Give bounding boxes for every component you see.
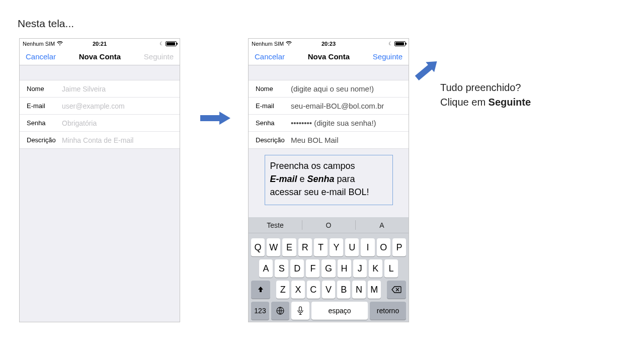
- arrow-cta-icon: [411, 58, 441, 85]
- key-e[interactable]: E: [282, 238, 296, 256]
- value-descricao[interactable]: Minha Conta de E-mail: [62, 136, 173, 144]
- key-c[interactable]: C: [307, 281, 320, 299]
- phone-before: Nenhum SIM 20:21 ☾ Cancelar Nova Conta S…: [19, 38, 180, 322]
- moon-icon: ☾: [159, 41, 164, 46]
- label-nome: Nome: [27, 85, 62, 93]
- key-r[interactable]: R: [298, 238, 312, 256]
- value-email[interactable]: user@example.com: [62, 102, 173, 110]
- key-b[interactable]: B: [337, 281, 350, 299]
- svg-rect-2: [299, 307, 302, 311]
- callout-p3: acessar seu e-mail BOL!: [270, 187, 369, 197]
- key-p[interactable]: P: [392, 238, 406, 256]
- wifi-icon: [57, 41, 63, 47]
- row-nome[interactable]: Nome Jaime Silveira: [20, 80, 180, 98]
- pred-3[interactable]: A: [355, 217, 409, 233]
- section-gap: [249, 65, 409, 80]
- value-nome[interactable]: (digite aqui o seu nome!): [291, 84, 401, 93]
- label-email: E-mail: [256, 102, 291, 110]
- key-g[interactable]: G: [321, 259, 335, 278]
- key-h[interactable]: H: [338, 259, 351, 278]
- key-t[interactable]: T: [314, 238, 328, 256]
- callout-mid: e: [297, 174, 307, 184]
- label-descricao: Descrição: [256, 136, 291, 144]
- return-key[interactable]: retorno: [370, 302, 406, 320]
- svg-marker-0: [200, 112, 230, 125]
- key-m[interactable]: M: [368, 281, 381, 299]
- row-nome[interactable]: Nome (digite aqui o seu nome!): [249, 80, 409, 98]
- status-sim-label: Nenhum SIM: [252, 41, 284, 47]
- key-k[interactable]: K: [369, 259, 382, 278]
- account-form: Nome Jaime Silveira E-mail user@example.…: [20, 80, 180, 149]
- svg-marker-3: [413, 58, 441, 83]
- cancel-button[interactable]: Cancelar: [26, 52, 56, 61]
- value-senha[interactable]: Obrigatória: [62, 119, 173, 127]
- key-j[interactable]: J: [353, 259, 367, 278]
- pred-2[interactable]: O: [302, 217, 355, 233]
- key-a[interactable]: A: [259, 259, 273, 278]
- label-senha: Senha: [256, 119, 291, 127]
- value-descricao[interactable]: Meu BOL Mail: [291, 136, 401, 144]
- battery-icon: [394, 41, 406, 46]
- row-email[interactable]: E-mail user@example.com: [20, 98, 180, 115]
- nav-title: Nova Conta: [308, 52, 350, 61]
- arrow-right-icon: [200, 111, 231, 128]
- backspace-key[interactable]: [387, 281, 406, 299]
- mic-key[interactable]: [291, 302, 309, 320]
- cta-line1: Tudo preenchido?: [440, 82, 521, 93]
- row-descricao[interactable]: Descrição Minha Conta de E-mail: [20, 132, 180, 149]
- key-o[interactable]: O: [377, 238, 390, 256]
- kb-row-4: 123 espaço retorno: [250, 302, 407, 320]
- pred-1[interactable]: Teste: [249, 217, 302, 233]
- status-sim-label: Nenhum SIM: [23, 41, 55, 47]
- cta-text: Tudo preenchido? Clique em Seguinte: [440, 80, 531, 110]
- account-form: Nome (digite aqui o seu nome!) E-mail se…: [249, 80, 409, 149]
- keyboard: Teste O A Q W E R T Y U I O P A S D F: [249, 217, 409, 322]
- status-bar: Nenhum SIM 20:23 ☾: [249, 39, 409, 48]
- content-area: Preencha os campos E-mail e Senha para a…: [249, 149, 409, 217]
- value-nome[interactable]: Jaime Silveira: [62, 85, 173, 93]
- next-button[interactable]: Seguinte: [373, 52, 403, 61]
- status-bar: Nenhum SIM 20:21 ☾: [20, 39, 180, 48]
- status-time: 20:21: [93, 41, 107, 47]
- key-s[interactable]: S: [275, 259, 288, 278]
- key-y[interactable]: Y: [330, 238, 343, 256]
- shift-key[interactable]: [251, 281, 270, 299]
- key-q[interactable]: Q: [251, 238, 265, 256]
- value-email[interactable]: seu-email-BOL@bol.com.br: [291, 102, 401, 110]
- label-descricao: Descrição: [27, 136, 62, 144]
- key-v[interactable]: V: [322, 281, 335, 299]
- row-email[interactable]: E-mail seu-email-BOL@bol.com.br: [249, 98, 409, 115]
- key-n[interactable]: N: [352, 281, 365, 299]
- row-senha[interactable]: Senha Obrigatória: [20, 115, 180, 132]
- moon-icon: ☾: [388, 41, 393, 46]
- cancel-button[interactable]: Cancelar: [255, 52, 285, 61]
- key-u[interactable]: U: [345, 238, 359, 256]
- key-i[interactable]: I: [361, 238, 374, 256]
- numbers-key[interactable]: 123: [251, 302, 269, 320]
- password-dots: ••••••••: [291, 119, 312, 127]
- callout-line: Preencha os campos: [270, 161, 355, 171]
- cta-line2a: Clique em: [440, 97, 489, 108]
- cta-line2b: Seguinte: [489, 97, 531, 108]
- row-descricao[interactable]: Descrição Meu BOL Mail: [249, 132, 409, 149]
- value-senha[interactable]: •••••••• (digite sua senha!): [291, 119, 401, 127]
- key-d[interactable]: D: [290, 259, 304, 278]
- empty-area: [20, 149, 180, 322]
- wifi-icon: [286, 41, 292, 47]
- key-x[interactable]: X: [291, 281, 304, 299]
- row-senha[interactable]: Senha •••••••• (digite sua senha!): [249, 115, 409, 132]
- key-w[interactable]: W: [267, 238, 280, 256]
- page-title: Nesta tela...: [18, 18, 74, 30]
- section-gap: [20, 65, 180, 80]
- key-l[interactable]: L: [384, 259, 398, 278]
- kb-row-1: Q W E R T Y U I O P: [250, 238, 407, 256]
- predictive-bar: Teste O A: [249, 217, 409, 233]
- key-f[interactable]: F: [306, 259, 319, 278]
- instruction-callout: Preencha os campos E-mail e Senha para a…: [265, 155, 393, 205]
- key-z[interactable]: Z: [276, 281, 289, 299]
- battery-icon: [166, 41, 177, 46]
- callout-senha-bold: Senha: [307, 174, 335, 184]
- space-key[interactable]: espaço: [311, 302, 368, 320]
- globe-key[interactable]: [271, 302, 289, 320]
- label-senha: Senha: [27, 119, 62, 127]
